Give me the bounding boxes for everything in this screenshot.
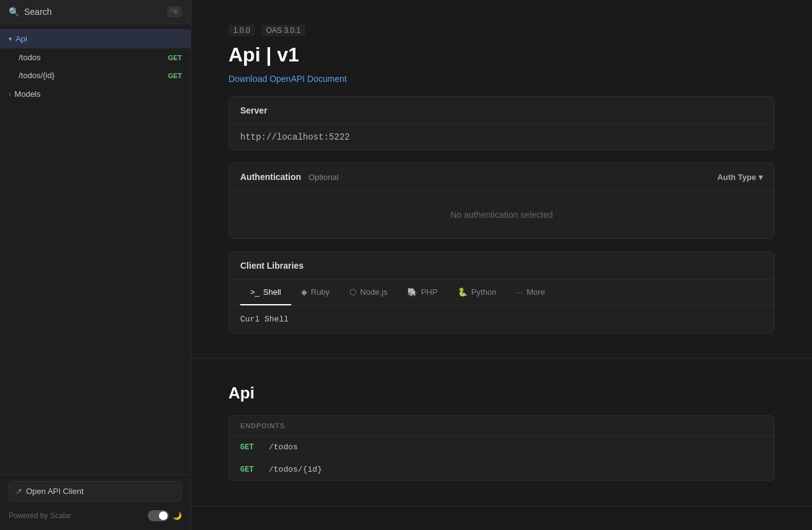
method-badge-todos-id: GET bbox=[168, 72, 182, 79]
version-badge: 1.0.0 bbox=[228, 25, 255, 36]
api-section-label: Api bbox=[16, 34, 27, 43]
sidebar-footer: ↗ Open API Client Powered by Scalar 🌙 bbox=[0, 474, 191, 530]
endpoint-path-todos: /todos bbox=[269, 442, 298, 452]
download-link[interactable]: Download OpenAPI Document bbox=[228, 74, 347, 84]
auth-body: No authentication selected bbox=[229, 191, 774, 238]
tab-ruby[interactable]: ◆ Ruby bbox=[291, 280, 340, 305]
python-icon: 🐍 bbox=[458, 287, 467, 297]
nav-item-todos[interactable]: /todos GET bbox=[0, 48, 191, 66]
server-card: Server http://localhost:5222 bbox=[228, 96, 775, 150]
theme-toggle[interactable]: 🌙 bbox=[148, 510, 182, 521]
auth-type-dropdown[interactable]: Auth Type ▾ bbox=[717, 173, 763, 182]
search-label: Search bbox=[24, 7, 162, 17]
arrow-icon: ↗ bbox=[16, 487, 22, 496]
method-badge-todos: GET bbox=[168, 54, 182, 61]
auth-type-label: Auth Type bbox=[717, 173, 756, 182]
search-bar[interactable]: 🔍 Search ^K bbox=[0, 0, 191, 24]
endpoint-item-todos-id[interactable]: GET /todos/{id} bbox=[229, 459, 774, 480]
server-url[interactable]: http://localhost:5222 bbox=[229, 125, 774, 150]
chevron-right-icon: › bbox=[9, 91, 11, 97]
powered-by-bar: Powered by Scalar 🌙 bbox=[9, 508, 182, 524]
server-header-label: Server bbox=[240, 106, 268, 115]
client-tabs: >_ Shell ◆ Ruby ⬡ Node.js 🐘 PHP 🐍 Py bbox=[229, 280, 774, 306]
api-section-header[interactable]: ▾ Api bbox=[0, 29, 191, 48]
nav-path-todos: /todos bbox=[19, 53, 163, 62]
models-section-header[interactable]: › Models bbox=[0, 84, 191, 104]
tab-php-label: PHP bbox=[421, 287, 438, 297]
shell-icon: >_ bbox=[250, 287, 259, 297]
auth-optional-label: Optional bbox=[309, 173, 338, 182]
api-title: Api | v1 bbox=[228, 43, 775, 66]
search-shortcut: ^K bbox=[167, 6, 182, 17]
main-content: 1.0.0 OAS 3.0.1 Api | v1 Download OpenAP… bbox=[191, 0, 812, 530]
auth-card: Authentication Optional Auth Type ▾ No a… bbox=[228, 163, 775, 239]
more-icon: ··· bbox=[516, 287, 523, 297]
php-icon: 🐘 bbox=[407, 287, 417, 297]
chevron-down-icon: ▾ bbox=[9, 35, 12, 42]
models-label: Models bbox=[14, 89, 40, 99]
tab-more-label: More bbox=[526, 287, 545, 297]
endpoint-method-todos: GET bbox=[240, 443, 260, 452]
nav-item-todos-id[interactable]: /todos/{id} GET bbox=[0, 66, 191, 84]
auth-card-header: Authentication Optional Auth Type ▾ bbox=[229, 163, 774, 191]
open-api-client-button[interactable]: ↗ Open API Client bbox=[9, 481, 182, 501]
chevron-down-icon: ▾ bbox=[759, 173, 763, 182]
version-badges: 1.0.0 OAS 3.0.1 bbox=[228, 25, 775, 36]
sidebar: 🔍 Search ^K ▾ Api /todos GET /todos/{id}… bbox=[0, 0, 191, 530]
endpoints-card: ENDPOINTS GET /todos GET /todos/{id} bbox=[228, 415, 775, 481]
api-info-section: 1.0.0 OAS 3.0.1 Api | v1 Download OpenAP… bbox=[191, 0, 812, 359]
oas-badge: OAS 3.0.1 bbox=[261, 25, 305, 36]
tab-php[interactable]: 🐘 PHP bbox=[397, 280, 448, 305]
tab-nodejs[interactable]: ⬡ Node.js bbox=[340, 280, 397, 305]
toggle-thumb bbox=[159, 511, 168, 520]
client-libraries-header: Client Libraries bbox=[229, 252, 774, 280]
moon-icon: 🌙 bbox=[173, 511, 182, 520]
tab-shell-label: Shell bbox=[263, 287, 281, 297]
server-card-header: Server bbox=[229, 97, 774, 125]
client-content: Curl Shell bbox=[229, 306, 774, 333]
endpoint-method-todos-id: GET bbox=[240, 465, 260, 474]
sidebar-nav: ▾ Api /todos GET /todos/{id} GET › Model… bbox=[0, 24, 191, 474]
ruby-icon: ◆ bbox=[301, 287, 307, 297]
tab-more[interactable]: ··· More bbox=[506, 280, 554, 305]
nav-path-todos-id: /todos/{id} bbox=[19, 71, 163, 80]
open-api-client-label: Open API Client bbox=[26, 487, 84, 496]
client-libraries-label: Client Libraries bbox=[240, 261, 304, 271]
no-auth-message: No authentication selected bbox=[451, 210, 553, 220]
endpoint-item-todos[interactable]: GET /todos bbox=[229, 436, 774, 459]
powered-by-text: Powered by Scalar bbox=[9, 511, 71, 520]
api-endpoints-section: Api ENDPOINTS GET /todos GET /todos/{id} bbox=[191, 359, 812, 506]
tab-python-label: Python bbox=[471, 287, 496, 297]
endpoints-header: ENDPOINTS bbox=[229, 416, 774, 436]
tab-ruby-label: Ruby bbox=[311, 287, 330, 297]
auth-header-left: Authentication Optional bbox=[240, 172, 338, 182]
tab-python[interactable]: 🐍 Python bbox=[448, 280, 506, 305]
tab-shell[interactable]: >_ Shell bbox=[240, 280, 291, 305]
toggle-track[interactable] bbox=[148, 510, 169, 521]
api-section-title: Api bbox=[228, 384, 775, 403]
auth-header-label: Authentication bbox=[240, 172, 301, 182]
endpoint-path-todos-id: /todos/{id} bbox=[269, 465, 322, 474]
client-libraries-card: Client Libraries >_ Shell ◆ Ruby ⬡ Node.… bbox=[228, 251, 775, 333]
search-icon: 🔍 bbox=[9, 7, 19, 17]
nodejs-icon: ⬡ bbox=[350, 287, 356, 297]
tab-nodejs-label: Node.js bbox=[360, 287, 387, 297]
